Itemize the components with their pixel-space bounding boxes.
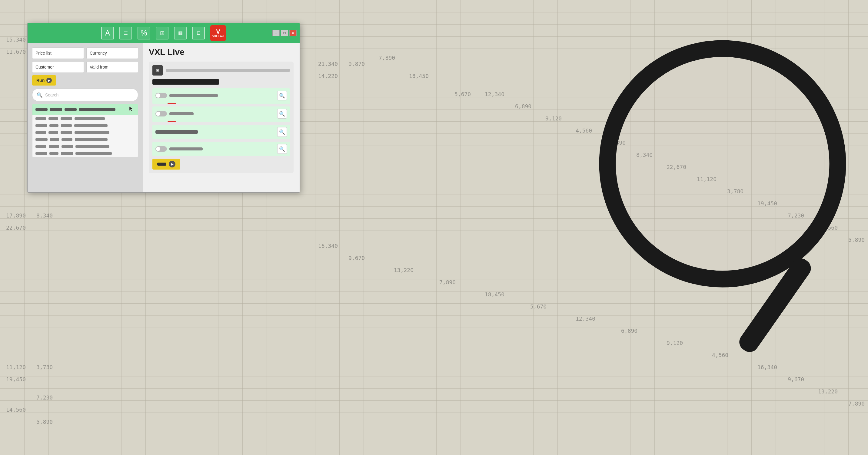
result-row-active[interactable] xyxy=(32,104,138,115)
cell-1 xyxy=(35,138,48,141)
cursor-icon xyxy=(129,106,135,112)
grid-icon[interactable]: ⊟ xyxy=(192,27,205,39)
cell-4 xyxy=(75,145,110,148)
cell-4 xyxy=(75,152,112,155)
field-bar-1 xyxy=(169,94,218,97)
table-icon[interactable]: ⊞ xyxy=(156,27,168,39)
result-row[interactable] xyxy=(32,143,138,150)
valid-from-field[interactable]: Valid from xyxy=(86,61,138,73)
cell-1 xyxy=(35,145,46,148)
cell-value: 9,120 xyxy=(545,115,562,122)
price-list-field[interactable]: Price list xyxy=(32,47,84,59)
toolbar: A ≡ % ⊞ ▦ ⊟ V VXL Live xyxy=(28,25,300,41)
cell-value: 7,890 xyxy=(848,400,865,407)
cell-value: 21,340 xyxy=(318,61,338,67)
right-panel: VXL Live ⊞ 🔍 xyxy=(143,43,300,192)
cell-value: 11,120 xyxy=(6,364,26,370)
cell-4 xyxy=(75,138,107,141)
red-indicator-1 xyxy=(167,103,176,104)
form-row-2: Customer Valid from xyxy=(32,61,138,73)
cell-value: 22,670 xyxy=(6,225,26,231)
chart-icon[interactable]: ▦ xyxy=(174,27,187,39)
cell-3 xyxy=(61,117,72,120)
cursor-indicator xyxy=(129,106,135,113)
cell-value: 15,340 xyxy=(6,36,26,43)
text-format-icon[interactable]: A xyxy=(101,27,114,39)
currency-field[interactable]: Currency xyxy=(86,47,138,59)
cell-2 xyxy=(50,138,59,141)
vxl-header-row: ⊞ xyxy=(152,65,290,76)
result-row[interactable] xyxy=(32,136,138,143)
cell-value: 7,230 xyxy=(36,394,53,401)
cell-value: 14,560 xyxy=(6,406,26,413)
cell-value: 11,670 xyxy=(6,49,26,55)
cell-2 xyxy=(49,117,58,120)
search-icon: 🔍 xyxy=(37,92,43,98)
result-row[interactable] xyxy=(32,150,138,157)
cell-value: 13,220 xyxy=(818,388,838,395)
cell-3 xyxy=(61,152,73,155)
cell-value: 14,220 xyxy=(318,73,338,79)
cell-value: 9,670 xyxy=(788,376,804,382)
cell-4 xyxy=(74,117,105,120)
cell-1 xyxy=(35,131,46,134)
search-button-2[interactable]: 🔍 xyxy=(277,109,287,119)
svg-point-1 xyxy=(608,49,838,279)
cell-3 xyxy=(61,124,72,127)
cell-3 xyxy=(61,131,72,134)
close-button[interactable]: × xyxy=(289,30,297,36)
window-controls: − □ × xyxy=(272,30,297,36)
result-row[interactable] xyxy=(32,115,138,122)
cell-value: 16,340 xyxy=(318,243,338,249)
minimize-button[interactable]: − xyxy=(272,30,280,36)
cell-value: 17,890 xyxy=(6,212,26,219)
customer-field[interactable]: Customer xyxy=(32,61,84,73)
stack-icon: ⊞ xyxy=(152,65,163,76)
cell-value: 9,870 xyxy=(348,61,365,67)
cell-1 xyxy=(35,117,46,120)
search-button-1[interactable]: 🔍 xyxy=(277,91,287,101)
run-button[interactable]: Run ▶ xyxy=(32,75,56,86)
result-row[interactable] xyxy=(32,129,138,136)
run-play-icon: ▶ xyxy=(46,78,52,83)
percent-icon[interactable]: % xyxy=(137,27,150,39)
toggle-1[interactable] xyxy=(155,93,167,98)
maximize-button[interactable]: □ xyxy=(281,30,288,36)
cell-value: 7,890 xyxy=(379,55,395,61)
app-body: Price list Currency Customer Valid from … xyxy=(28,43,300,192)
vxl-panel: ⊞ 🔍 🔍 xyxy=(149,62,293,173)
cell-value: 19,450 xyxy=(6,376,26,382)
app-window: A ≡ % ⊞ ▦ ⊟ V VXL Live − □ xyxy=(27,23,300,193)
search-button-3[interactable]: 🔍 xyxy=(277,127,287,137)
results-list xyxy=(32,104,138,157)
cell-3 xyxy=(65,108,76,111)
cell-value: 7,890 xyxy=(439,279,456,285)
cell-1 xyxy=(35,108,48,111)
list-icon[interactable]: ≡ xyxy=(119,27,132,39)
rp-form-row-1: 🔍 xyxy=(152,88,290,104)
rp-form-row-4: 🔍 xyxy=(152,142,290,156)
cell-2 xyxy=(49,145,59,148)
panel-title: VXL Live xyxy=(149,47,293,57)
search-button-4[interactable]: 🔍 xyxy=(277,144,287,154)
magnifier-container xyxy=(577,30,868,365)
field-bar-2 xyxy=(169,112,194,115)
rp-form-row-2: 🔍 xyxy=(152,107,290,122)
cell-2 xyxy=(50,108,62,111)
cell-1 xyxy=(35,124,47,127)
cell-value: 5,670 xyxy=(455,91,471,97)
toggle-4[interactable] xyxy=(155,146,167,152)
cell-3 xyxy=(62,145,73,148)
form-row-1: Price list Currency xyxy=(32,47,138,59)
rp-form-row-3: 🔍 xyxy=(152,125,290,139)
toggle-2[interactable] xyxy=(155,111,167,116)
search-box[interactable]: 🔍 Search xyxy=(32,89,138,101)
run-dash-icon xyxy=(157,163,166,166)
run-play-icon: ▶ xyxy=(169,161,176,167)
svg-marker-0 xyxy=(129,107,133,111)
cell-4 xyxy=(79,108,116,111)
rp-run-button[interactable]: ▶ xyxy=(152,159,180,170)
result-row[interactable] xyxy=(32,122,138,129)
title-bar: A ≡ % ⊞ ▦ ⊟ V VXL Live − □ xyxy=(28,23,300,43)
cell-value: 13,220 xyxy=(394,267,413,273)
